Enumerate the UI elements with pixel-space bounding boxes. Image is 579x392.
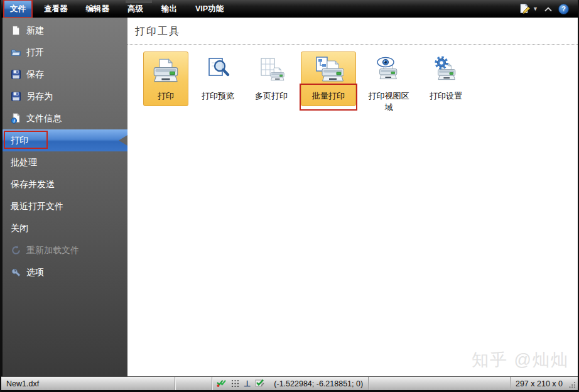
sidebar-item-label: 批处理: [11, 157, 37, 168]
sidebar-item-file-info[interactable]: i 文件信息: [3, 107, 127, 129]
resize-grip[interactable]: [568, 377, 578, 390]
quick-access-toolbar: ▼ ?: [519, 3, 578, 14]
status-toggle-icons: ⊥: [212, 377, 269, 390]
sidebar-item-recent-files[interactable]: 最近打开文件: [3, 195, 127, 217]
menu-bar: 文件 查看器 编辑器 高级 输出 VIP功能 ▼ ?: [1, 0, 578, 18]
sidebar-item-save-and-send[interactable]: 保存并发送: [3, 173, 127, 195]
print-settings-label: 打印设置: [430, 90, 462, 102]
print-view-area-label: 打印视图区域: [366, 90, 411, 113]
menu-tab-viewer[interactable]: 查看器: [38, 1, 74, 17]
status-filename: New1.dxf: [1, 377, 175, 390]
save-floppy-icon: [11, 69, 21, 80]
edit-document-icon[interactable]: ▼: [519, 3, 538, 14]
sidebar-item-label: 打印: [11, 135, 28, 146]
menu-tab-vip[interactable]: VIP功能: [189, 1, 230, 17]
sidebar-item-batch[interactable]: 批处理: [3, 151, 127, 173]
backstage-sidebar: 新建 打开 保存 另存为 i: [1, 18, 127, 376]
print-view-area-button[interactable]: 打印视图区域: [362, 52, 416, 114]
batch-print-label: 批量打印: [312, 90, 345, 102]
sidebar-item-label: 重新加载文件: [26, 245, 79, 256]
batch-print-button[interactable]: 批量打印: [301, 52, 356, 106]
save-as-floppy-icon: [11, 91, 21, 102]
menu-tab-output[interactable]: 输出: [155, 1, 183, 17]
menu-tab-file[interactable]: 文件: [4, 1, 32, 17]
reload-icon: [11, 245, 21, 256]
sidebar-item-label: 新建: [26, 25, 44, 36]
print-view-area-icon: [374, 55, 404, 85]
sidebar-item-label: 选项: [26, 267, 44, 278]
print-settings-button[interactable]: 打印设置: [421, 52, 470, 106]
sidebar-item-label: 另存为: [26, 91, 53, 102]
multi-page-print-icon: [256, 55, 286, 85]
backstage-view: 新建 打开 保存 另存为 i: [1, 18, 578, 376]
edit-check-icon[interactable]: [255, 378, 265, 389]
print-button[interactable]: 打印: [143, 52, 188, 106]
menu-tab-editor[interactable]: 编辑器: [80, 1, 116, 17]
multi-page-print-label: 多页打印: [255, 90, 288, 102]
status-spacer: [369, 377, 510, 390]
sidebar-item-label: 关闭: [11, 223, 28, 234]
watermark: 知乎 @灿灿: [472, 349, 569, 371]
backstage-content: 打印工具 打印: [127, 18, 578, 376]
batch-print-icon: [313, 55, 344, 85]
sidebar-item-label: 保存: [26, 69, 44, 80]
printer-icon: [152, 55, 180, 85]
app-window: 文件 查看器 编辑器 高级 输出 VIP功能 ▼ ?: [0, 0, 579, 392]
sidebar-item-label: 文件信息: [26, 113, 62, 124]
wrench-icon: [11, 267, 21, 278]
print-settings-icon: [431, 55, 461, 85]
sidebar-item-new[interactable]: 新建: [3, 19, 127, 41]
print-button-label: 打印: [158, 90, 174, 102]
sidebar-item-close[interactable]: 关闭: [3, 217, 127, 239]
print-preview-button[interactable]: 打印预览: [194, 52, 242, 106]
print-preview-icon: [203, 55, 232, 85]
page-title: 打印工具: [135, 25, 578, 38]
snap-marks-icon[interactable]: [216, 378, 227, 389]
sidebar-item-options[interactable]: 选项: [3, 261, 127, 283]
help-icon[interactable]: ?: [558, 4, 569, 14]
sidebar-item-reload-file: 重新加载文件: [3, 239, 127, 261]
open-folder-icon: [11, 47, 21, 58]
status-bar: New1.dxf ⊥: [1, 376, 578, 392]
menu-tab-file-label: 文件: [10, 4, 26, 13]
sidebar-item-open[interactable]: 打开: [3, 41, 127, 63]
multi-page-print-button[interactable]: 多页打印: [247, 52, 295, 106]
minimize-ribbon-icon[interactable]: [544, 3, 553, 14]
status-coordinates: (-1.522984; -6.218851; 0): [269, 377, 368, 390]
sidebar-item-label: 最近打开文件: [11, 201, 63, 212]
menu-tab-advanced[interactable]: 高级: [121, 1, 149, 17]
divider: [127, 44, 578, 45]
status-blank-section: [175, 377, 212, 390]
sidebar-item-save[interactable]: 保存: [3, 63, 127, 85]
sidebar-item-label: 保存并发送: [11, 179, 55, 190]
sidebar-item-label: 打开: [26, 47, 44, 58]
print-preview-label: 打印预览: [202, 90, 234, 102]
file-info-icon: i: [11, 113, 21, 124]
ortho-mode-icon[interactable]: ⊥: [244, 379, 251, 388]
sidebar-item-save-as[interactable]: 另存为: [3, 85, 127, 107]
status-dimensions: 297 x 210 x 0: [511, 377, 568, 390]
chevron-down-icon: ▼: [533, 6, 538, 12]
print-tools-row: 打印 打印预览: [143, 52, 578, 114]
sidebar-item-print[interactable]: 打印: [3, 129, 127, 151]
new-document-icon: [11, 25, 21, 36]
grid-snap-icon[interactable]: [231, 379, 239, 389]
